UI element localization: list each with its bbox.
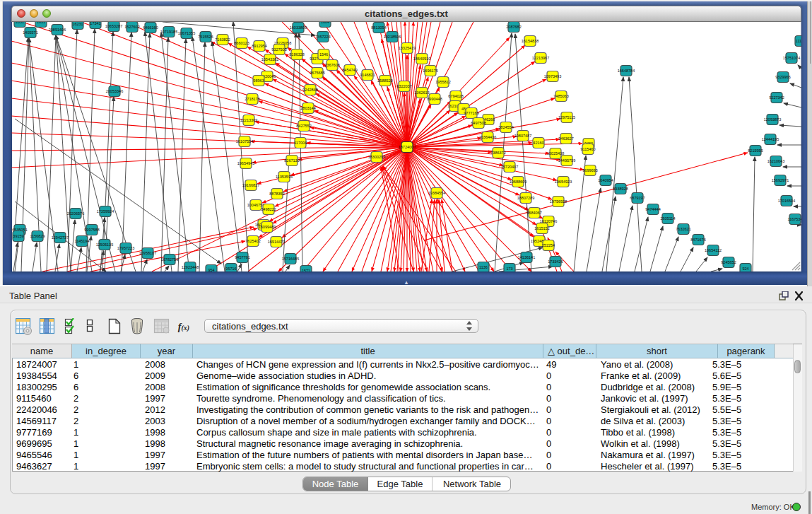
svg-text:6879197: 6879197 — [630, 196, 645, 200]
svg-text:9474444: 9474444 — [645, 207, 660, 211]
svg-text:1696175: 1696175 — [423, 69, 437, 73]
svg-text:9997588: 9997588 — [84, 228, 99, 232]
svg-text:3675685: 3675685 — [310, 71, 324, 75]
svg-text:42160: 42160 — [533, 141, 543, 145]
svg-text:19654945: 19654945 — [237, 161, 254, 165]
svg-text:1615152: 1615152 — [534, 226, 549, 230]
svg-text:252254: 252254 — [542, 243, 555, 247]
svg-text:6794028: 6794028 — [448, 94, 463, 98]
svg-text:17341: 17341 — [90, 22, 100, 25]
svg-text:98963: 98963 — [253, 78, 264, 83]
svg-text:7357224: 7357224 — [315, 35, 330, 39]
svg-text:10543382: 10543382 — [261, 57, 278, 62]
svg-text:9777169: 9777169 — [464, 111, 478, 115]
svg-text:9457791: 9457791 — [235, 255, 249, 259]
svg-text:12213369: 12213369 — [240, 118, 257, 122]
svg-text:8878352: 8878352 — [269, 192, 284, 196]
svg-text:8454749: 8454749 — [342, 68, 357, 72]
svg-text:20053346: 20053346 — [106, 89, 123, 93]
svg-text:16231: 16231 — [72, 22, 83, 26]
svg-text:19756928: 19756928 — [550, 199, 567, 204]
svg-text:13325419: 13325419 — [399, 46, 416, 50]
svg-text:6322037: 6322037 — [396, 84, 411, 88]
svg-text:8427552: 8427552 — [296, 124, 311, 128]
svg-text:16033809: 16033809 — [290, 25, 307, 30]
svg-text:12923448: 12923448 — [182, 265, 199, 269]
svg-text:16154838: 16154838 — [522, 39, 539, 43]
svg-text:9684067: 9684067 — [526, 211, 541, 215]
svg-text:12505135: 12505135 — [96, 243, 113, 247]
svg-text:2087682: 2087682 — [506, 25, 521, 29]
svg-text:10025438: 10025438 — [547, 151, 564, 156]
svg-text:10653287: 10653287 — [105, 24, 122, 28]
svg-text:10958107: 10958107 — [139, 251, 156, 255]
svg-text:1136: 1136 — [479, 265, 488, 269]
svg-text:17957223: 17957223 — [117, 246, 134, 250]
svg-text:8813054: 8813054 — [371, 25, 386, 30]
svg-text:6497508: 6497508 — [471, 121, 486, 125]
svg-text:6466160: 6466160 — [143, 25, 158, 30]
svg-text:1167534: 1167534 — [787, 217, 801, 221]
svg-text:18724007: 18724007 — [399, 145, 416, 149]
svg-text:8990448: 8990448 — [427, 97, 442, 101]
svg-text:2367608: 2367608 — [324, 63, 339, 67]
svg-text:9327505: 9327505 — [271, 47, 286, 52]
svg-text:7485063: 7485063 — [553, 94, 568, 98]
svg-text:18300295: 18300295 — [368, 155, 385, 159]
svg-text:1604: 1604 — [321, 22, 329, 24]
svg-text:9699695: 9699695 — [582, 168, 597, 173]
svg-text:15720407: 15720407 — [501, 165, 518, 169]
svg-text:1527602: 1527602 — [124, 25, 139, 29]
svg-text:7163822: 7163822 — [215, 37, 230, 42]
svg-text:8471676: 8471676 — [690, 238, 705, 242]
svg-text:173: 173 — [506, 267, 512, 271]
svg-text:20891406: 20891406 — [49, 28, 66, 32]
svg-text:1571: 1571 — [302, 269, 310, 271]
svg-text:9115460: 9115460 — [580, 147, 595, 151]
svg-text:12942737: 12942737 — [52, 235, 69, 240]
svg-text:954: 954 — [208, 268, 214, 271]
svg-text:417004: 417004 — [294, 141, 307, 145]
svg-text:39159: 39159 — [13, 234, 23, 238]
svg-text:1955812: 1955812 — [435, 80, 450, 84]
svg-text:10688609: 10688609 — [510, 180, 526, 184]
svg-text:19384554: 19384554 — [428, 191, 445, 195]
svg-text:7632621: 7632621 — [676, 227, 690, 231]
svg-text:16107554: 16107554 — [236, 139, 253, 144]
svg-text:19218506: 19218506 — [384, 35, 401, 39]
svg-text:1145194: 1145194 — [74, 239, 89, 243]
svg-text:8267130: 8267130 — [284, 158, 299, 163]
svg-text:8186328: 8186328 — [289, 52, 304, 57]
svg-text:7386372: 7386372 — [490, 151, 505, 155]
svg-text:15692971: 15692971 — [772, 178, 789, 182]
svg-text:2935114: 2935114 — [660, 216, 675, 221]
svg-text:3824554: 3824554 — [498, 125, 513, 129]
svg-text:10807487: 10807487 — [514, 134, 531, 138]
svg-text:14136141: 14136141 — [518, 255, 535, 259]
svg-text:1733426: 1733426 — [548, 259, 563, 264]
svg-text:1156829: 1156829 — [30, 234, 45, 238]
svg-text:9245652: 9245652 — [721, 260, 736, 264]
svg-text:f(x): f(x) — [178, 322, 189, 332]
svg-text:12093873: 12093873 — [764, 117, 781, 122]
svg-text:7515526: 7515526 — [198, 35, 213, 39]
svg-text:95716: 95716 — [225, 267, 236, 271]
svg-text:1405571: 1405571 — [23, 30, 37, 35]
svg-text:16782759: 16782759 — [161, 257, 178, 262]
svg-text:9463627: 9463627 — [558, 136, 573, 141]
svg-text:9329966: 9329966 — [775, 75, 790, 79]
svg-text:19654923: 19654923 — [555, 180, 572, 184]
svg-text:9242848: 9242848 — [302, 88, 317, 92]
svg-text:1546: 1546 — [319, 52, 328, 57]
svg-text:2588520: 2588520 — [377, 78, 392, 83]
svg-text:2803144: 2803144 — [300, 106, 315, 110]
svg-text:10719185: 10719185 — [160, 30, 177, 34]
svg-text:10973493: 10973493 — [544, 74, 561, 78]
svg-text:9146821: 9146821 — [360, 73, 375, 77]
svg-text:15751074: 15751074 — [783, 56, 800, 60]
svg-text:8912954: 8912954 — [252, 44, 266, 48]
svg-text:20364436: 20364436 — [479, 135, 496, 139]
svg-text:17359924: 17359924 — [97, 209, 114, 214]
svg-text:9227342: 9227342 — [769, 95, 784, 100]
svg-text:14495759: 14495759 — [558, 158, 575, 163]
